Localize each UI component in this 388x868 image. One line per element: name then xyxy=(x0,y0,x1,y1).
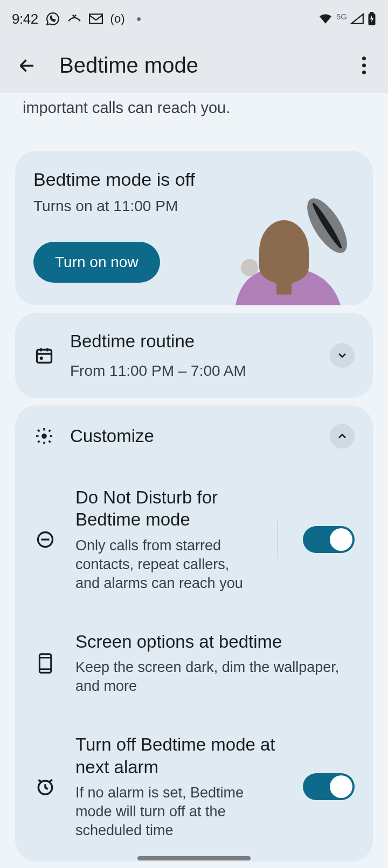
alarm-clock-icon xyxy=(33,776,57,797)
option-alarm-off-subtitle: If no alarm is set, Bedtime mode will tu… xyxy=(75,783,279,840)
app-bar: Bedtime mode xyxy=(0,38,388,93)
bedtime-routine-card[interactable]: Bedtime routine From 11:00 PM – 7:00 AM xyxy=(15,313,373,398)
overflow-menu-button[interactable] xyxy=(350,52,377,79)
svg-rect-6 xyxy=(276,262,292,295)
status-bar: 9:42 (o) 5G xyxy=(0,0,388,38)
svg-point-10 xyxy=(41,433,47,439)
battery-charging-icon xyxy=(368,12,376,26)
routine-subtitle: From 11:00 PM – 7:00 AM xyxy=(70,362,315,380)
customize-header[interactable]: Customize xyxy=(33,424,355,449)
option-alarm-off-title: Turn off Bedtime mode at next alarm xyxy=(75,733,279,778)
navigation-handle[interactable] xyxy=(137,856,251,860)
phone-screen-icon xyxy=(33,653,57,674)
svg-rect-2 xyxy=(370,12,374,14)
chevron-up-icon xyxy=(336,430,349,443)
whatsapp-icon xyxy=(46,12,60,26)
turn-on-now-button[interactable]: Turn on now xyxy=(33,242,160,283)
wifi-icon xyxy=(318,13,333,25)
bedtime-status-card: Bedtime mode is off Turns on at 11:00 PM… xyxy=(15,151,373,305)
gmail-icon xyxy=(89,13,103,25)
option-alarm-off[interactable]: Turn off Bedtime mode at next alarm If n… xyxy=(33,733,355,840)
svg-rect-8 xyxy=(37,350,52,363)
option-screen-subtitle: Keep the screen dark, dim the wallpaper,… xyxy=(75,658,349,696)
svg-rect-13 xyxy=(39,654,51,673)
status-time: 9:42 xyxy=(12,11,38,27)
intro-text: important calls can reach you. xyxy=(15,93,373,151)
svg-point-7 xyxy=(241,259,258,276)
svg-rect-0 xyxy=(89,14,102,23)
routine-title: Bedtime routine xyxy=(70,331,315,352)
notification-dot-icon xyxy=(137,17,141,21)
option-screen[interactable]: Screen options at bedtime Keep the scree… xyxy=(33,631,355,696)
option-dnd-title: Do Not Disturb for Bedtime mode xyxy=(75,486,252,531)
calendar-icon xyxy=(33,346,55,365)
chevron-down-icon xyxy=(336,349,349,362)
customize-collapse-button[interactable] xyxy=(330,424,355,449)
missed-call-icon xyxy=(67,13,81,25)
routine-expand-button[interactable] xyxy=(330,343,355,368)
cellular-signal-icon xyxy=(350,13,364,25)
bedtime-illustration-icon xyxy=(225,198,354,305)
option-dnd[interactable]: Do Not Disturb for Bedtime mode Only cal… xyxy=(33,486,355,593)
alarm-off-toggle[interactable] xyxy=(303,773,355,800)
status-title: Bedtime mode is off xyxy=(33,169,355,190)
dnd-toggle[interactable] xyxy=(303,526,355,553)
do-not-disturb-icon xyxy=(33,530,57,549)
gear-icon xyxy=(33,426,55,446)
option-dnd-subtitle: Only calls from starred contacts, repeat… xyxy=(75,536,252,593)
page-title: Bedtime mode xyxy=(59,53,350,78)
network-type-label: 5G xyxy=(336,12,347,21)
back-button[interactable] xyxy=(11,50,43,82)
arrow-left-icon xyxy=(17,56,37,75)
customize-title: Customize xyxy=(70,426,315,446)
notification-group-icon: (o) xyxy=(110,12,125,26)
svg-point-9 xyxy=(40,356,43,360)
divider xyxy=(278,521,278,558)
option-screen-title: Screen options at bedtime xyxy=(75,631,349,653)
customize-card: Customize Do Not Disturb for Bedtime mod… xyxy=(15,405,373,862)
